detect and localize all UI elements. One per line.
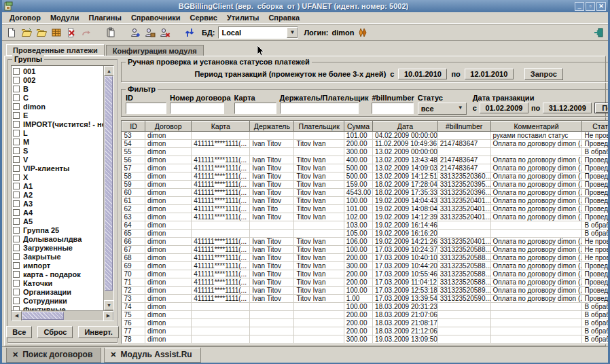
table-row[interactable]: 76dimon200.0018.03.2009 21:08:17В обрабо… (122, 319, 610, 327)
checkbox[interactable] (13, 218, 20, 225)
table-row[interactable]: 77dimon200.0018.03.2009 21:12:06В обрабо… (122, 327, 610, 335)
checkbox[interactable] (13, 289, 20, 295)
group-list-item[interactable]: A1 (13, 181, 103, 190)
column-header[interactable]: Статус (582, 122, 610, 132)
close-icon[interactable]: ✕ (12, 350, 18, 359)
group-list-item[interactable]: Группа 25 (13, 225, 103, 234)
checkbox[interactable] (13, 297, 20, 304)
table-row[interactable]: 74dimon100.0018.03.2009 20:31:23В обрабо… (122, 303, 610, 311)
checkbox[interactable] (13, 77, 20, 84)
filter-input[interactable] (170, 103, 224, 114)
group-list-item[interactable]: Организации (13, 287, 103, 296)
close-icon[interactable]: ✕ (110, 350, 116, 359)
table-row[interactable]: 61dimon411111****1111(...Ivan TitovTitov… (122, 197, 610, 205)
table-row[interactable]: 65dimon105.0019.02.2009 16:16:20В обрабо… (122, 230, 610, 238)
menu-item[interactable]: Сервис (185, 13, 221, 22)
checkbox[interactable] (13, 280, 20, 287)
exit-icon[interactable] (592, 26, 605, 39)
menu-item[interactable]: Справочники (126, 13, 185, 22)
checkbox[interactable] (13, 165, 20, 172)
group-list-item[interactable]: S (13, 146, 103, 155)
table-row[interactable]: 70dimon411111****1111(...Ivan TitovTitov… (122, 270, 610, 278)
maximize-button[interactable]: ▫ (586, 2, 595, 11)
scrollbar-thumb[interactable] (22, 312, 64, 320)
table-row[interactable]: 57dimon411111****1111(...Ivan TitovTitov… (122, 164, 610, 172)
search-button[interactable]: Поиск (594, 103, 610, 113)
menu-item[interactable]: Договор (5, 13, 46, 22)
group-list-item[interactable]: B (13, 84, 103, 93)
menu-item[interactable]: Модули (46, 13, 84, 22)
checkbox[interactable] (13, 183, 20, 189)
add-user-icon[interactable] (128, 26, 142, 39)
scrollbar-thumb[interactable] (105, 76, 113, 291)
group-list-item[interactable]: 002 (13, 75, 103, 84)
checkbox[interactable] (13, 192, 20, 198)
minimize-button[interactable]: _ (575, 2, 584, 11)
period-from-date[interactable]: 10.01.2010 (398, 69, 447, 79)
table-row[interactable]: 66dimon411111****1111(...Ivan TitovTitov… (122, 238, 610, 246)
checkbox[interactable] (13, 103, 20, 110)
groups-reset-button[interactable]: Сброс (37, 326, 73, 338)
filter-input[interactable] (372, 103, 414, 114)
period-to-date[interactable]: 12.01.2010 (465, 69, 514, 79)
remove-user-icon[interactable] (158, 26, 172, 39)
db-select[interactable]: Local ▼ (218, 26, 298, 39)
group-list-item[interactable]: dimon (13, 102, 103, 111)
open-contract-icon[interactable] (20, 26, 33, 39)
column-header[interactable]: Плательщик (294, 122, 344, 132)
group-list-item[interactable]: Сотрудники (13, 296, 103, 305)
table-row[interactable]: 68dimon411111****1111(...Ivan TitovTitov… (122, 254, 610, 262)
table-row[interactable]: 53dimon101.0004.02.2009 00:00:00руками п… (122, 132, 610, 140)
column-header[interactable]: #billnumber (437, 122, 490, 132)
table-row[interactable]: 78dimon300.0019.03.2009 13:09:50В обрабо… (122, 335, 610, 344)
group-list-item[interactable]: Каточки (13, 278, 103, 287)
scroll-down-icon[interactable]: ▼ (104, 300, 113, 310)
group-list-item[interactable]: 001 (13, 67, 103, 75)
column-header[interactable]: Сумма (344, 122, 372, 132)
table-row[interactable]: 71dimon411111****1111(...Ivan TitovTitov… (122, 278, 610, 287)
table-row[interactable]: 73dimon411111****1111(...Ivan TitovTitov… (122, 295, 610, 303)
checkbox[interactable] (13, 68, 20, 75)
table-row[interactable]: 60dimon411111****1111(...Ivan TitovTitov… (122, 189, 610, 197)
table-row[interactable]: 58dimon411111****1111(...Ivan TitovTitov… (122, 172, 610, 181)
groups-all-button[interactable]: Все (6, 326, 32, 338)
close-button[interactable]: ✕ (596, 2, 606, 11)
group-list-item[interactable]: карта - подарок (13, 270, 103, 278)
new-document-icon[interactable] (5, 26, 18, 39)
checkbox[interactable] (13, 200, 20, 207)
column-header[interactable]: Договор (145, 122, 192, 132)
group-list-item[interactable]: Закрытые (13, 252, 103, 261)
scroll-right-icon[interactable]: ▶ (103, 311, 113, 321)
refresh-icon[interactable] (183, 26, 196, 39)
group-list-item[interactable]: Долываоылдва (13, 234, 103, 243)
tab-inactive[interactable]: Конфигурация модуля (106, 45, 204, 56)
undo-icon[interactable] (79, 26, 93, 39)
checkbox[interactable] (13, 253, 20, 260)
checkbox[interactable] (13, 121, 20, 128)
chevron-down-icon[interactable]: ▼ (287, 27, 298, 38)
column-header[interactable]: ID (122, 122, 145, 132)
group-list-item[interactable]: A2 (13, 190, 103, 199)
groups-horizontal-scrollbar[interactable]: ◀ ▶ (12, 310, 113, 321)
checkbox[interactable] (13, 112, 20, 119)
date-from-value[interactable]: 01.02.2009 (480, 103, 528, 113)
group-list-item[interactable]: E (13, 111, 103, 120)
column-header[interactable]: Дата (373, 122, 438, 132)
checkbox[interactable] (13, 262, 20, 269)
copy-icon[interactable] (104, 26, 118, 39)
status-select[interactable]: все ▼ (418, 103, 467, 115)
groups-vertical-scrollbar[interactable]: ▲ ▼ (103, 66, 113, 310)
column-header[interactable]: Держатель (250, 122, 294, 132)
checkbox[interactable] (13, 139, 20, 145)
checkbox[interactable] (13, 271, 20, 278)
group-list-item[interactable]: Фиктивные (13, 305, 103, 310)
checkbox[interactable] (13, 156, 20, 163)
table-row[interactable]: 55dimon300.0013.02.2009 00:00:00В обрабо… (122, 148, 610, 156)
table-row[interactable]: 59dimon411111****1111(...Ivan TitovTitov… (122, 181, 610, 189)
groups-invert-button[interactable]: Инверт. (78, 326, 118, 338)
date-to-value[interactable]: 31.12.2009 (543, 103, 592, 113)
checkbox[interactable] (13, 244, 20, 251)
group-list-item[interactable]: импорт (13, 261, 103, 270)
table-row[interactable]: 62dimon411111****1111(...Ivan TitoTitov … (122, 205, 610, 213)
query-button[interactable]: Запрос (524, 68, 563, 80)
